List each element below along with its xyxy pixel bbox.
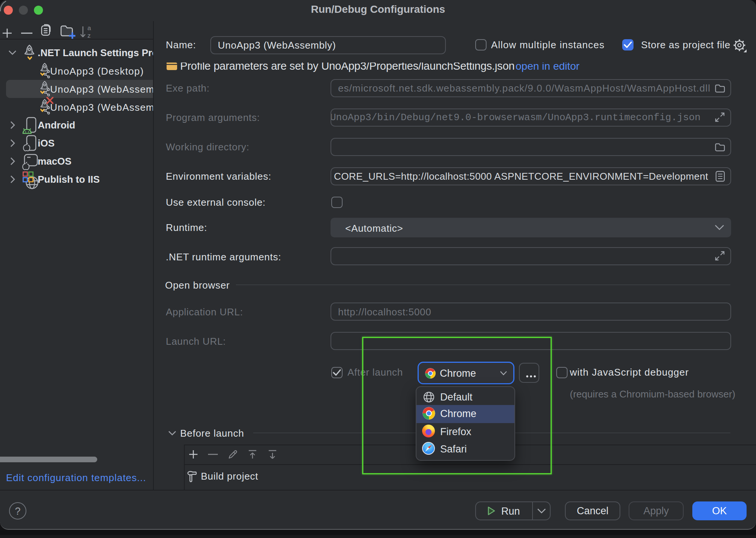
svg-text:z: z xyxy=(87,32,91,39)
svg-text:a: a xyxy=(87,25,91,32)
